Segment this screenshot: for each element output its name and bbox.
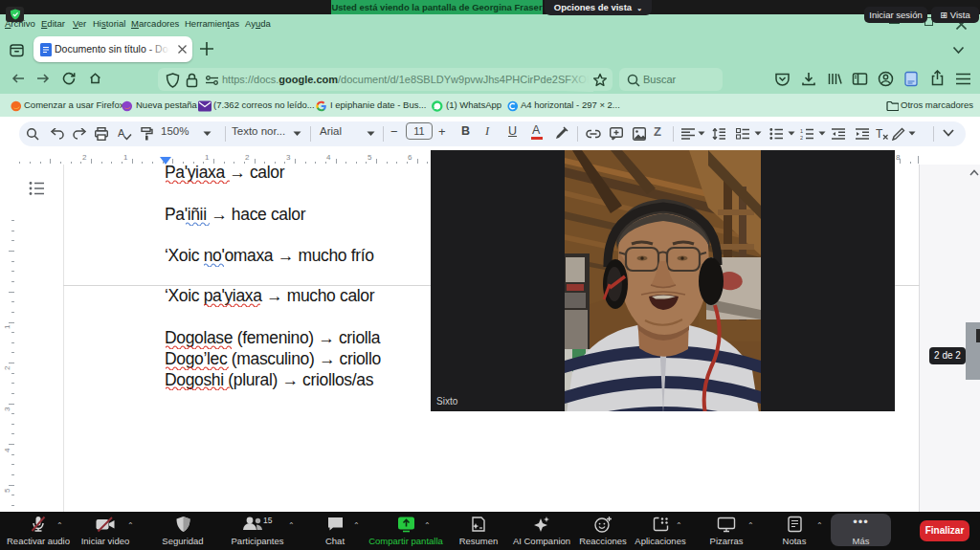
svg-text:3: 3 (3, 407, 11, 411)
svg-text:1: 1 (800, 128, 803, 134)
svg-text:5: 5 (3, 488, 11, 493)
svg-text:T: T (876, 127, 883, 141)
svg-text:15: 15 (263, 516, 273, 525)
svg-text:4: 4 (3, 448, 11, 452)
svg-text:2: 2 (3, 365, 11, 370)
svg-text:2: 2 (800, 135, 803, 140)
svg-text:1: 1 (3, 324, 11, 329)
